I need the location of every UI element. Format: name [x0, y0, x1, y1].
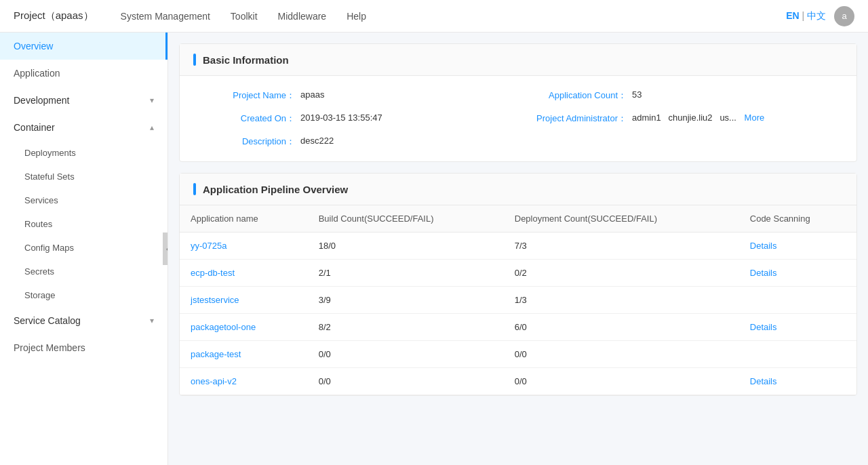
admin-1: admin1: [632, 113, 661, 123]
nav-system-management[interactable]: System Management: [121, 11, 210, 22]
top-navigation: Project（apaas） System Management Toolkit…: [0, 0, 868, 33]
app-count-label: Application Count：: [532, 89, 627, 102]
sidebar-item-routes[interactable]: Routes: [0, 212, 167, 236]
lang-separator: |: [802, 10, 804, 21]
app-name-cell[interactable]: packagetool-one: [180, 314, 308, 341]
basic-info-grid: Project Name： apaas Created On： 2019-03-…: [180, 76, 856, 161]
build-count-cell: 0/0: [308, 368, 504, 395]
nav-middleware[interactable]: Middleware: [278, 11, 327, 22]
section-bar-decoration: [193, 54, 196, 66]
sidebar-item-stateful-sets[interactable]: Stateful Sets: [0, 165, 167, 188]
sidebar-stateful-sets-label: Stateful Sets: [24, 171, 75, 182]
sidebar-item-overview[interactable]: Overview: [0, 33, 167, 60]
app-name-cell[interactable]: package-test: [180, 341, 308, 368]
pipeline-table-body: yy-0725a18/07/3Detailsecp-db-test2/10/2D…: [180, 232, 856, 395]
build-count-cell: 18/0: [308, 232, 504, 260]
code-scanning-cell: [739, 341, 856, 368]
code-scanning-cell[interactable]: Details: [739, 260, 856, 287]
sidebar-item-storage[interactable]: Storage: [0, 283, 167, 307]
sidebar: Overview Application Development ▾ Conta…: [0, 33, 168, 465]
sidebar-secrets-label: Secrets: [24, 266, 54, 277]
project-admin-row: Project Administrator： admin1 chunjie.li…: [532, 113, 836, 125]
deployment-count-cell: 6/0: [504, 314, 739, 341]
sidebar-project-members-label: Project Members: [14, 342, 85, 353]
language-switch[interactable]: EN | 中文: [786, 10, 826, 22]
app-link[interactable]: packagetool-one: [191, 322, 256, 332]
table-row: package-test0/00/0: [180, 341, 856, 368]
sidebar-item-config-maps[interactable]: Config Maps: [0, 236, 167, 260]
basic-info-header: Basic Information: [180, 44, 856, 76]
project-name-value: apaas: [300, 89, 324, 100]
sidebar-services-label: Services: [24, 195, 58, 205]
sidebar-storage-label: Storage: [24, 290, 56, 300]
build-count-cell: 2/1: [308, 260, 504, 287]
code-scanning-cell[interactable]: Details: [739, 314, 856, 341]
app-link[interactable]: package-test: [191, 349, 241, 359]
top-nav-right: EN | 中文 a: [786, 6, 854, 26]
details-link[interactable]: Details: [750, 322, 777, 332]
sidebar-item-secrets[interactable]: Secrets: [0, 260, 167, 283]
nav-help[interactable]: Help: [347, 11, 366, 22]
chevron-down-icon: ▾: [150, 96, 154, 105]
sidebar-group-development[interactable]: Development ▾: [0, 87, 167, 114]
basic-info-title: Basic Information: [203, 54, 289, 66]
table-row: ones-api-v20/00/0Details: [180, 368, 856, 395]
created-on-row: Created On： 2019-03-15 13:55:47: [200, 113, 505, 125]
sidebar-group-service-catalog[interactable]: Service Catalog ▾: [0, 307, 167, 334]
sidebar-collapse-button[interactable]: «: [163, 232, 168, 265]
nav-toolkit[interactable]: Toolkit: [231, 11, 258, 22]
details-link[interactable]: Details: [750, 268, 777, 278]
sidebar-config-maps-label: Config Maps: [24, 243, 74, 253]
sidebar-routes-label: Routes: [24, 219, 52, 229]
deployment-count-cell: 1/3: [504, 287, 739, 314]
sidebar-deployments-label: Deployments: [24, 148, 76, 158]
details-link[interactable]: Details: [750, 376, 777, 386]
project-logo[interactable]: Project（apaas）: [14, 9, 94, 22]
sidebar-item-project-members[interactable]: Project Members: [0, 334, 167, 361]
sidebar-item-application-label: Application: [14, 68, 60, 79]
build-count-cell: 3/9: [308, 287, 504, 314]
pipeline-header: Application Pipeline Overview: [180, 174, 856, 205]
app-link[interactable]: ecp-db-test: [191, 268, 235, 278]
main-content: Basic Information Project Name： apaas Cr…: [168, 33, 868, 465]
sidebar-item-application[interactable]: Application: [0, 60, 167, 87]
details-link[interactable]: Details: [750, 241, 777, 251]
pipeline-title: Application Pipeline Overview: [203, 184, 348, 195]
chevron-down-icon-service: ▾: [150, 316, 154, 325]
avatar[interactable]: a: [834, 6, 854, 26]
description-value: desc222: [300, 136, 334, 146]
col-deployment-count: Deployment Count(SUCCEED/FAIL): [504, 205, 739, 232]
sidebar-development-label: Development: [14, 95, 70, 106]
table-row: packagetool-one8/26/0Details: [180, 314, 856, 341]
sidebar-item-deployments[interactable]: Deployments: [0, 141, 167, 165]
app-name-cell[interactable]: ones-api-v2: [180, 368, 308, 395]
table-row: yy-0725a18/07/3Details: [180, 232, 856, 260]
sidebar-item-services[interactable]: Services: [0, 188, 167, 212]
col-code-scanning: Code Scanning: [739, 205, 856, 232]
app-name-cell[interactable]: ecp-db-test: [180, 260, 308, 287]
deployment-count-cell: 0/0: [504, 368, 739, 395]
sidebar-item-overview-label: Overview: [14, 41, 53, 52]
app-name-cell[interactable]: jstestservice: [180, 287, 308, 314]
section-bar-decoration-2: [193, 183, 196, 195]
app-link[interactable]: ones-api-v2: [191, 376, 237, 386]
table-row: jstestservice3/91/3: [180, 287, 856, 314]
app-count-value: 53: [632, 89, 642, 100]
lang-zh[interactable]: 中文: [807, 10, 826, 21]
code-scanning-cell[interactable]: Details: [739, 232, 856, 260]
deployment-count-cell: 0/0: [504, 341, 739, 368]
deployment-count-cell: 7/3: [504, 232, 739, 260]
pipeline-table-head: Application name Build Count(SUCCEED/FAI…: [180, 205, 856, 232]
app-name-cell[interactable]: yy-0725a: [180, 232, 308, 260]
app-link[interactable]: yy-0725a: [191, 241, 226, 251]
description-row: Description： desc222: [200, 136, 505, 148]
code-scanning-cell[interactable]: Details: [739, 368, 856, 395]
pipeline-table: Application name Build Count(SUCCEED/FAI…: [180, 205, 856, 395]
created-on-value: 2019-03-15 13:55:47: [300, 113, 382, 123]
more-admins-link[interactable]: More: [745, 113, 765, 123]
created-on-label: Created On：: [200, 113, 295, 125]
sidebar-group-container[interactable]: Container ▴: [0, 114, 167, 141]
app-link[interactable]: jstestservice: [191, 295, 239, 305]
lang-en[interactable]: EN: [786, 10, 799, 21]
sidebar-container-label: Container: [14, 122, 55, 133]
